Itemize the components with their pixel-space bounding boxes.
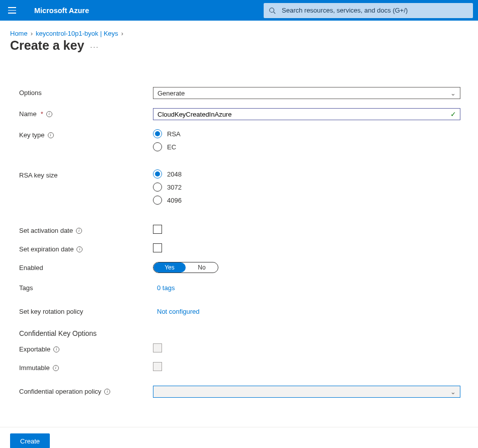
radio-label: RSA <box>167 130 181 138</box>
radio-icon <box>153 183 162 192</box>
more-icon[interactable]: ··· <box>90 41 99 51</box>
form: Options Generate ⌄ Name * i ✓ Key type i <box>0 63 470 427</box>
name-label: Name <box>19 110 37 118</box>
cop-dropdown[interactable]: ⌄ <box>153 386 460 398</box>
key-type-radio-ec[interactable]: EC <box>153 142 460 151</box>
svg-line-1 <box>274 12 276 14</box>
chevron-down-icon: ⌄ <box>450 388 456 396</box>
page-title: Create a key <box>10 38 84 53</box>
key-type-radio-rsa[interactable]: RSA <box>153 129 460 138</box>
chevron-right-icon: › <box>31 30 33 37</box>
chevron-down-icon: ⌄ <box>450 89 456 97</box>
exportable-label: Exportable <box>19 345 50 353</box>
rsa-size-radio-3072[interactable]: 3072 <box>153 183 460 192</box>
expiration-checkbox[interactable] <box>153 243 162 252</box>
tags-label: Tags <box>19 284 33 292</box>
options-label: Options <box>19 87 153 97</box>
page-title-row: Create a key ··· <box>0 37 478 63</box>
info-icon[interactable]: i <box>53 346 59 352</box>
required-indicator: * <box>41 110 43 118</box>
radio-icon <box>153 142 162 151</box>
info-icon[interactable]: i <box>53 365 59 371</box>
valid-checkmark-icon: ✓ <box>450 110 456 118</box>
toggle-yes: Yes <box>153 262 186 273</box>
immutable-checkbox <box>153 362 162 371</box>
breadcrumb: Home › keycontrol-10p1-byok | Keys › <box>0 21 478 37</box>
rsa-size-radio-2048[interactable]: 2048 <box>153 169 460 178</box>
radio-icon <box>153 196 162 205</box>
radio-label: EC <box>167 143 176 151</box>
cop-label: Confidential operation policy <box>19 388 101 395</box>
svg-point-0 <box>270 8 274 12</box>
activation-label: Set activation date <box>19 227 73 234</box>
enabled-toggle[interactable]: Yes No <box>153 262 218 273</box>
immutable-label: Immutable <box>19 364 50 372</box>
options-value: Generate <box>157 89 185 97</box>
rotation-label: Set key rotation policy <box>19 308 83 315</box>
rotation-link[interactable]: Not configured <box>157 308 200 315</box>
breadcrumb-home[interactable]: Home <box>10 30 28 37</box>
info-icon[interactable]: i <box>46 111 52 117</box>
radio-label: 2048 <box>167 170 182 178</box>
info-icon[interactable]: i <box>76 246 83 252</box>
radio-label: 3072 <box>167 184 182 191</box>
top-bar: Microsoft Azure <box>0 0 478 21</box>
exportable-checkbox <box>153 343 162 352</box>
search-box[interactable] <box>264 3 473 18</box>
breadcrumb-resource[interactable]: keycontrol-10p1-byok | Keys <box>36 30 118 37</box>
chevron-right-icon: › <box>121 30 123 37</box>
info-icon[interactable]: i <box>104 389 110 395</box>
enabled-label: Enabled <box>19 264 43 272</box>
footer: Create <box>0 427 478 448</box>
rsa-size-label: RSA key size <box>19 171 58 179</box>
info-icon[interactable]: i <box>76 228 82 234</box>
tags-link[interactable]: 0 tags <box>157 284 175 292</box>
brand-text: Microsoft Azure <box>34 7 89 15</box>
info-icon[interactable]: i <box>48 132 54 138</box>
radio-label: 4096 <box>167 197 182 204</box>
name-input[interactable] <box>153 108 460 120</box>
search-icon <box>269 7 276 14</box>
toggle-no: No <box>186 262 218 273</box>
search-input[interactable] <box>281 6 468 15</box>
confidential-heading: Confidential Key Options <box>19 329 460 337</box>
radio-icon <box>153 129 162 138</box>
rsa-size-radio-4096[interactable]: 4096 <box>153 196 460 205</box>
radio-icon <box>153 169 162 178</box>
menu-icon[interactable] <box>8 6 18 16</box>
create-button[interactable]: Create <box>10 433 50 448</box>
expiration-label: Set expiration date <box>19 245 73 253</box>
key-type-label: Key type <box>19 131 45 139</box>
activation-checkbox[interactable] <box>153 225 162 234</box>
options-dropdown[interactable]: Generate ⌄ <box>153 87 460 99</box>
